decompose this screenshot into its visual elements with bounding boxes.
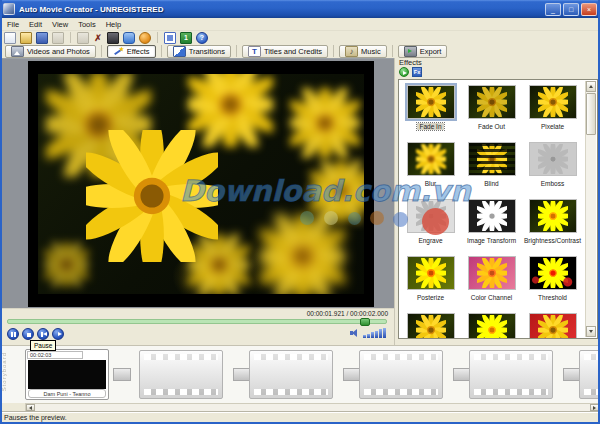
effects-scrollbar[interactable] bbox=[585, 81, 596, 337]
effect-item-posterize[interactable]: Posterize bbox=[400, 253, 461, 310]
volume-control[interactable] bbox=[350, 328, 386, 338]
effects-panel-title: Effects bbox=[399, 58, 422, 67]
app-icon bbox=[3, 3, 15, 15]
effect-label: Blind bbox=[461, 180, 522, 187]
open-project-icon[interactable] bbox=[20, 32, 32, 44]
music-note-icon: ♪ bbox=[345, 46, 358, 57]
help-icon[interactable]: ? bbox=[196, 32, 208, 44]
fx-icon[interactable]: Fx bbox=[412, 67, 422, 77]
effect-label: Brightness/Contrast bbox=[522, 237, 583, 244]
music-button[interactable]: ♪ Music bbox=[339, 45, 387, 58]
volume-bars[interactable] bbox=[363, 328, 386, 338]
effect-item-blind[interactable]: Blind bbox=[461, 139, 522, 196]
clip-thumbnail bbox=[28, 360, 106, 389]
empty-film-frame[interactable] bbox=[359, 350, 443, 399]
trim-icon[interactable] bbox=[77, 32, 89, 44]
seek-bar[interactable] bbox=[7, 319, 387, 324]
storyboard-clip[interactable]: 00:02:03 Dam Puni - Teanno bbox=[25, 349, 109, 400]
clip-caption: Dam Puni - Teanno bbox=[28, 389, 106, 398]
menu-edit[interactable]: Edit bbox=[24, 19, 47, 30]
effect-label: Blur bbox=[400, 180, 461, 187]
effect-item-emboss[interactable]: Emboss bbox=[522, 139, 583, 196]
empty-film-frame[interactable] bbox=[469, 350, 553, 399]
transition-slot[interactable] bbox=[113, 368, 131, 381]
previous-frame-button[interactable] bbox=[37, 328, 49, 340]
effect-item-brightness-contrast[interactable]: Brightness/Contrast bbox=[522, 196, 583, 253]
effect-thumbnail bbox=[468, 142, 516, 176]
effect-label: Image Transform bbox=[461, 237, 522, 244]
effect-item-image-transform[interactable]: Image Transform bbox=[461, 196, 522, 253]
effect-item-partial[interactable] bbox=[461, 310, 522, 339]
toolbar-separator bbox=[333, 45, 334, 57]
effect-item-fade-in[interactable]: Fade In bbox=[400, 82, 461, 139]
effect-item-fade-out[interactable]: Fade Out bbox=[461, 82, 522, 139]
transitions-icon bbox=[173, 46, 186, 57]
maximize-button[interactable]: □ bbox=[563, 3, 579, 16]
effect-thumbnail bbox=[407, 256, 455, 290]
effect-label: Pixelate bbox=[522, 123, 583, 130]
button-label: Transitions bbox=[189, 47, 225, 56]
playback-controls bbox=[7, 328, 64, 340]
export-icon bbox=[404, 46, 417, 57]
add-comment-icon[interactable] bbox=[123, 32, 135, 44]
storyboard-scrollbar[interactable] bbox=[25, 403, 600, 412]
scroll-up-icon[interactable] bbox=[586, 81, 596, 92]
timeline-view-icon[interactable]: 1 bbox=[180, 32, 192, 44]
scrollbar-thumb[interactable] bbox=[586, 93, 596, 135]
close-button[interactable]: × bbox=[581, 3, 597, 16]
storyboard-side-label: Storyboard bbox=[1, 352, 7, 391]
empty-film-frame[interactable] bbox=[579, 350, 600, 399]
effect-item-blur[interactable]: Blur bbox=[400, 139, 461, 196]
effect-item-threshold[interactable]: Threshold bbox=[522, 253, 583, 310]
delete-icon[interactable]: ✗ bbox=[93, 33, 103, 43]
play-button[interactable] bbox=[52, 328, 64, 340]
stop-button[interactable] bbox=[22, 328, 34, 340]
undo-icon[interactable] bbox=[52, 32, 64, 44]
pause-button[interactable] bbox=[7, 328, 19, 340]
storyboard-view-icon[interactable] bbox=[164, 32, 176, 44]
export-button[interactable]: Export bbox=[398, 45, 448, 58]
effects-list: Fade In Fade Out Pixelate Blur Blind bbox=[398, 79, 598, 339]
scroll-right-icon[interactable] bbox=[590, 404, 599, 411]
effect-label: Fade In bbox=[400, 123, 461, 130]
button-label: Videos and Photos bbox=[27, 47, 90, 56]
apply-effect-icon[interactable] bbox=[399, 67, 409, 77]
titles-and-credits-button[interactable]: T Titles and Credits bbox=[242, 45, 328, 58]
effect-thumbnail bbox=[407, 313, 455, 339]
record-narration-icon[interactable] bbox=[139, 32, 151, 44]
menu-help[interactable]: Help bbox=[101, 19, 126, 30]
minimize-button[interactable]: _ bbox=[545, 3, 561, 16]
toolbar-separator bbox=[70, 32, 71, 43]
menu-file[interactable]: File bbox=[2, 19, 24, 30]
button-label: Titles and Credits bbox=[264, 47, 322, 56]
mode-toolbar: Videos and Photos Effects Transitions T … bbox=[0, 44, 600, 59]
videos-and-photos-button[interactable]: Videos and Photos bbox=[5, 45, 96, 58]
clip-time: 00:02:03 bbox=[27, 351, 83, 359]
menu-view[interactable]: View bbox=[47, 19, 73, 30]
seek-handle[interactable] bbox=[360, 318, 370, 326]
new-project-icon[interactable] bbox=[4, 32, 16, 44]
empty-film-frame[interactable] bbox=[249, 350, 333, 399]
effect-thumbnail bbox=[407, 85, 455, 119]
transitions-button[interactable]: Transitions bbox=[167, 45, 231, 58]
effect-item-partial[interactable] bbox=[522, 310, 583, 339]
effect-item-pixelate[interactable]: Pixelate bbox=[522, 82, 583, 139]
effect-item-engrave[interactable]: Engrave bbox=[400, 196, 461, 253]
status-bar: Pauses the preview. bbox=[0, 412, 600, 424]
menu-tools[interactable]: Tools bbox=[73, 19, 101, 30]
effect-thumbnail bbox=[529, 199, 577, 233]
speaker-icon bbox=[350, 328, 359, 338]
save-project-icon[interactable] bbox=[36, 32, 48, 44]
toolbar-separator bbox=[161, 45, 162, 57]
toolbar-separator bbox=[101, 45, 102, 57]
scroll-left-icon[interactable] bbox=[26, 404, 35, 411]
effects-button[interactable]: Effects bbox=[107, 45, 156, 58]
effect-item-partial[interactable] bbox=[400, 310, 461, 339]
effect-thumbnail bbox=[407, 199, 455, 233]
flower-blurred bbox=[290, 88, 360, 158]
main-toolbar: ✗ 1 ? bbox=[0, 31, 600, 44]
record-video-icon[interactable] bbox=[107, 32, 119, 44]
scroll-down-icon[interactable] bbox=[586, 326, 596, 337]
effect-item-color-channel[interactable]: Color Channel bbox=[461, 253, 522, 310]
empty-film-frame[interactable] bbox=[139, 350, 223, 399]
